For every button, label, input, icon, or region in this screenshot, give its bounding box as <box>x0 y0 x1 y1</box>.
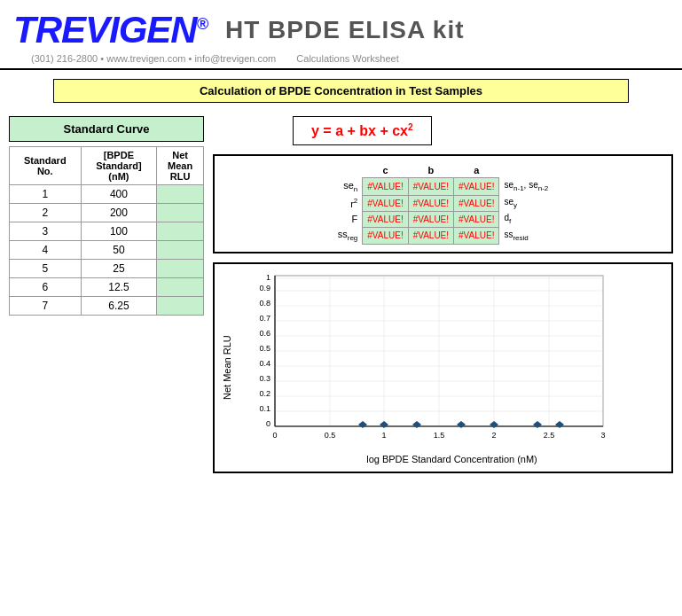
registered-mark: ® <box>197 15 208 33</box>
stats-side-label: sen-1, sen-2 <box>499 178 553 195</box>
header: TREVIGEN® HT BPDE ELISA kit (301) 216-28… <box>0 0 682 70</box>
std-no: 2 <box>10 204 82 222</box>
std-no: 3 <box>10 222 82 241</box>
chart-inner: Net Mean RLU 0 0.1 0.2 0.3 0.4 0.5 <box>222 271 664 464</box>
page-title: Calculation of BPDE Concentration in Tes… <box>53 79 629 103</box>
std-rlu[interactable] <box>157 297 204 316</box>
stats-container: c b a sen#VALUE!#VALUE!#VALUE!sen-1, sen… <box>213 154 673 253</box>
table-header-row: StandardNo. [BPDEStandard](nM) NetMeanRL… <box>10 147 204 185</box>
std-conc: 200 <box>81 204 157 222</box>
stats-row-label: ssreg <box>333 227 363 244</box>
product-title: HT BPDE ELISA kit <box>225 16 465 44</box>
right-panel: y = a + bx + cx2 c b a sen#VALUE!#VALUE!… <box>213 116 673 473</box>
std-no: 7 <box>10 297 82 316</box>
col-header-no: StandardNo. <box>10 147 82 185</box>
std-rlu[interactable] <box>157 222 204 241</box>
stats-value-cell: #VALUE! <box>363 178 408 195</box>
stats-row: ssreg#VALUE!#VALUE!#VALUE!ssresid <box>333 227 553 244</box>
stats-value-cell: #VALUE! <box>363 211 408 227</box>
stats-value-cell: #VALUE! <box>408 227 453 244</box>
chart-svg: 0 0.1 0.2 0.3 0.4 0.5 0.6 0.7 0.8 0.9 1 <box>239 271 612 448</box>
main-content: Standard Curve StandardNo. [BPDEStandard… <box>0 112 682 478</box>
svg-text:0.5: 0.5 <box>259 344 270 353</box>
std-rlu[interactable] <box>157 241 204 260</box>
std-rlu[interactable] <box>157 204 204 222</box>
stats-row: F#VALUE!#VALUE!#VALUE!df <box>333 211 553 227</box>
table-row: 525 <box>10 260 204 278</box>
std-conc: 12.5 <box>81 278 157 297</box>
stats-side-label: sey <box>499 195 553 211</box>
standard-curve-table: StandardNo. [BPDEStandard](nM) NetMeanRL… <box>9 146 204 316</box>
table-row: 450 <box>10 241 204 260</box>
svg-text:0.6: 0.6 <box>259 329 270 338</box>
stats-row-label: sen <box>333 178 363 195</box>
stats-header-row: c b a <box>333 163 553 178</box>
std-rlu[interactable] <box>157 185 204 204</box>
svg-text:0.2: 0.2 <box>259 389 270 398</box>
svg-text:0.8: 0.8 <box>259 299 270 308</box>
svg-text:1: 1 <box>381 431 386 440</box>
stats-row-label: F <box>333 211 363 227</box>
svg-text:0.4: 0.4 <box>259 359 270 368</box>
std-rlu[interactable] <box>157 278 204 297</box>
chart-container: Net Mean RLU 0 0.1 0.2 0.3 0.4 0.5 <box>213 262 673 473</box>
stats-side-label: df <box>499 211 553 227</box>
stats-value-cell: #VALUE! <box>408 195 453 211</box>
standard-curve-title: Standard Curve <box>9 116 204 142</box>
stats-row: sen#VALUE!#VALUE!#VALUE!sen-1, sen-2 <box>333 178 553 195</box>
stats-empty-cell <box>333 163 363 178</box>
table-row: 612.5 <box>10 278 204 297</box>
stats-side-label: ssresid <box>499 227 553 244</box>
std-conc: 25 <box>81 260 157 278</box>
svg-text:2: 2 <box>491 431 496 440</box>
col-header-rlu: NetMeanRLU <box>157 147 204 185</box>
stats-col-a: a <box>454 163 499 178</box>
stats-col-c: c <box>363 163 408 178</box>
stats-value-cell: #VALUE! <box>454 178 499 195</box>
left-panel: Standard Curve StandardNo. [BPDEStandard… <box>9 116 204 473</box>
svg-text:0.7: 0.7 <box>259 314 270 323</box>
stats-value-cell: #VALUE! <box>454 227 499 244</box>
std-no: 4 <box>10 241 82 260</box>
stats-value-cell: #VALUE! <box>363 195 408 211</box>
table-row: 1400 <box>10 185 204 204</box>
stats-row-label: r2 <box>333 195 363 211</box>
svg-text:0.5: 0.5 <box>325 431 336 440</box>
equation-box: y = a + bx + cx2 <box>293 116 432 145</box>
std-conc: 100 <box>81 222 157 241</box>
stats-value-cell: #VALUE! <box>454 195 499 211</box>
std-no: 5 <box>10 260 82 278</box>
chart-area: 0 0.1 0.2 0.3 0.4 0.5 0.6 0.7 0.8 0.9 1 <box>239 271 664 464</box>
std-rlu[interactable] <box>157 260 204 278</box>
svg-text:0: 0 <box>266 419 270 428</box>
std-no: 1 <box>10 185 82 204</box>
contact-info: (301) 216-2800 • www.trevigen.com • info… <box>13 53 669 64</box>
col-header-conc: [BPDEStandard](nM) <box>81 147 157 185</box>
svg-text:0.3: 0.3 <box>259 374 270 383</box>
stats-col-b: b <box>408 163 453 178</box>
std-conc: 6.25 <box>81 297 157 316</box>
svg-text:0.9: 0.9 <box>259 284 270 292</box>
x-axis-label: log BPDE Standard Concentration (nM) <box>239 454 664 464</box>
stats-value-cell: #VALUE! <box>408 178 453 195</box>
table-row: 3100 <box>10 222 204 241</box>
stats-row: r2#VALUE!#VALUE!#VALUE!sey <box>333 195 553 211</box>
svg-text:1.5: 1.5 <box>434 431 445 440</box>
svg-text:0.1: 0.1 <box>259 404 270 413</box>
stats-value-cell: #VALUE! <box>454 211 499 227</box>
svg-text:3: 3 <box>600 431 605 440</box>
y-axis-label: Net Mean RLU <box>222 271 239 464</box>
stats-value-cell: #VALUE! <box>363 227 408 244</box>
std-conc: 400 <box>81 185 157 204</box>
stats-side-empty <box>499 163 553 178</box>
svg-text:2.5: 2.5 <box>544 431 555 440</box>
logo: TREVIGEN® <box>13 9 208 51</box>
std-conc: 50 <box>81 241 157 260</box>
std-no: 6 <box>10 278 82 297</box>
stats-table: c b a sen#VALUE!#VALUE!#VALUE!sen-1, sen… <box>333 163 553 244</box>
stats-value-cell: #VALUE! <box>408 211 453 227</box>
table-row: 2200 <box>10 204 204 222</box>
table-row: 76.25 <box>10 297 204 316</box>
svg-text:0: 0 <box>272 431 277 440</box>
svg-text:1: 1 <box>266 273 270 282</box>
